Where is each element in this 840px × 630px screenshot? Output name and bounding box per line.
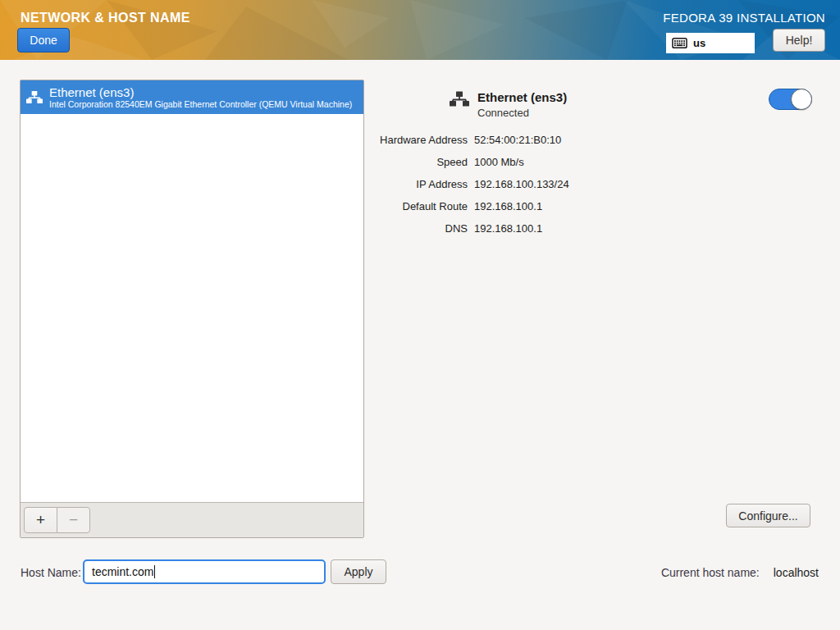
property-row-default-route: Default Route 192.168.100.1 xyxy=(369,195,569,217)
device-list: Ethernet (ens3) Intel Corporation 82540E… xyxy=(20,80,364,538)
hostname-input-value: tecmint.com xyxy=(92,565,153,578)
page-title: NETWORK & HOST NAME xyxy=(21,11,190,25)
device-enable-toggle[interactable] xyxy=(769,89,812,110)
property-row-hardware-address: Hardware Address 52:54:00:21:B0:10 xyxy=(369,129,569,151)
remove-device-button[interactable]: − xyxy=(57,507,90,533)
configure-button[interactable]: Configure... xyxy=(726,504,810,527)
current-hostname: Current host name: localhost xyxy=(661,566,819,579)
device-properties: Hardware Address 52:54:00:21:B0:10 Speed… xyxy=(369,129,569,240)
keyboard-layout-label: us xyxy=(693,37,705,49)
property-value: 192.168.100.1 xyxy=(474,222,542,235)
property-label: IP Address xyxy=(369,178,468,190)
network-hostname-spoke: NETWORK & HOST NAME Done FEDORA 39 INSTA… xyxy=(0,0,840,630)
text-cursor xyxy=(154,565,155,578)
keyboard-layout-indicator[interactable]: us xyxy=(666,33,755,53)
property-label: Default Route xyxy=(369,200,468,212)
network-icon xyxy=(450,90,469,121)
property-value: 192.168.100.133/24 xyxy=(474,178,569,190)
network-icon xyxy=(26,90,43,104)
property-value: 52:54:00:21:B0:10 xyxy=(474,134,561,146)
connection-status: Connected xyxy=(477,106,567,121)
property-label: Hardware Address xyxy=(369,134,468,146)
add-device-button[interactable]: + xyxy=(24,507,57,533)
help-button[interactable]: Help! xyxy=(773,29,825,52)
details-device-title: Ethernet (ens3) xyxy=(477,89,567,106)
keyboard-icon xyxy=(672,38,687,48)
property-value: 1000 Mb/s xyxy=(474,156,524,168)
property-value: 192.168.100.1 xyxy=(474,200,542,212)
current-hostname-label: Current host name: xyxy=(661,566,760,579)
property-row-ip-address: IP Address 192.168.100.133/24 xyxy=(369,173,569,195)
property-label: Speed xyxy=(369,156,468,168)
done-button[interactable]: Done xyxy=(17,28,70,52)
hostname-label: Host Name: xyxy=(21,566,81,579)
property-row-speed: Speed 1000 Mb/s xyxy=(369,151,569,173)
property-row-dns: DNS 192.168.100.1 xyxy=(369,217,569,240)
device-title: Ethernet (ens3) xyxy=(49,85,352,99)
device-subtitle: Intel Corporation 82540EM Gigabit Ethern… xyxy=(49,99,352,109)
hostname-input[interactable]: tecmint.com xyxy=(83,559,326,584)
header-bar: NETWORK & HOST NAME Done FEDORA 39 INSTA… xyxy=(0,0,840,60)
product-title: FEDORA 39 INSTALLATION xyxy=(663,11,825,25)
device-list-toolbar: + − xyxy=(21,502,363,537)
device-details-header: Ethernet (ens3) Connected xyxy=(450,89,567,121)
property-label: DNS xyxy=(369,222,468,235)
device-list-item-ens3[interactable]: Ethernet (ens3) Intel Corporation 82540E… xyxy=(21,80,363,114)
apply-button[interactable]: Apply xyxy=(331,559,386,584)
current-hostname-value: localhost xyxy=(774,566,819,579)
toggle-knob xyxy=(791,89,812,110)
